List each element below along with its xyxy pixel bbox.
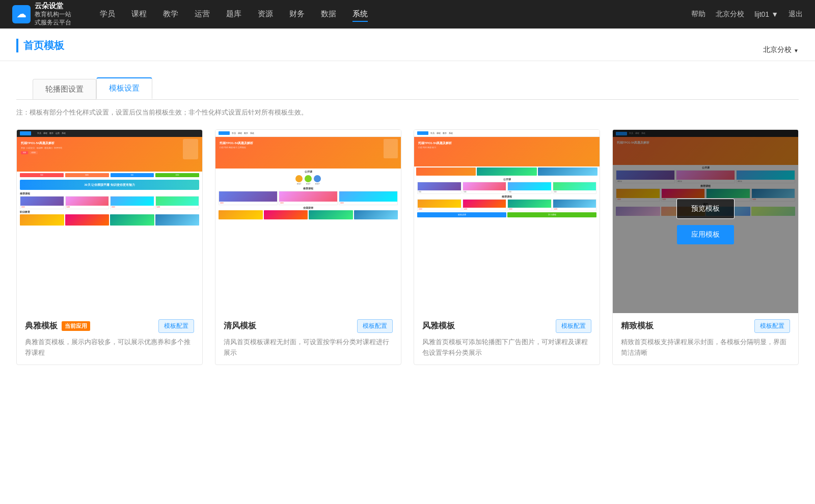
- school-selector[interactable]: 北京分校: [763, 45, 799, 54]
- nav-item-财务[interactable]: 财务: [289, 7, 305, 22]
- logout-link[interactable]: 退出: [789, 10, 803, 19]
- school-link[interactable]: 北京分校: [716, 10, 744, 19]
- template-preview-classic: 学员课程教学运营系统 托福TPO1-54真题及解析 开放 · 口语宝贝 · 练成…: [17, 130, 202, 313]
- navbar: ☁ 云朵设堂 教育机构一站 式服务云平台 学员课程教学运营题库资源财务数据系统 …: [0, 0, 815, 29]
- template-preview-clean: 学员课程教学系统 托福TPO1-54真题及解析 口语·写作·阅读·练习 立即报名…: [215, 130, 401, 313]
- template-preview-elegant: 学员课程教学系统 托福TPO1-54真题及解析 口语·写作·阅读·练习 公开课: [414, 130, 600, 313]
- nav-item-题库[interactable]: 题库: [226, 7, 241, 22]
- config-button-elegant[interactable]: 模板配置: [556, 319, 591, 333]
- nav-item-数据[interactable]: 数据: [321, 7, 336, 22]
- nav-item-资源[interactable]: 资源: [258, 7, 273, 22]
- template-desc-refined: 精致首页模板支持课程展示封面，各模板分隔明显，界面简洁清晰: [621, 337, 790, 358]
- chevron-down-icon: [794, 46, 799, 54]
- tab-slideshow[interactable]: 轮播图设置: [33, 79, 96, 99]
- template-name-text-elegant: 风雅模板: [422, 321, 455, 331]
- nav-item-系统[interactable]: 系统: [352, 7, 368, 22]
- template-name-text-classic: 典雅模板: [25, 321, 58, 331]
- nav-item-运营[interactable]: 运营: [195, 7, 210, 22]
- config-button-classic[interactable]: 模板配置: [158, 319, 194, 333]
- template-desc-classic: 典雅首页模板，展示内容较多，可以展示优惠券和多个推荐课程: [25, 337, 194, 358]
- apply-template-button[interactable]: 应用模板: [677, 225, 734, 244]
- template-desc-clean: 清风首页模板课程无封面，可设置按学科分类对课程进行展示: [224, 337, 393, 358]
- template-name-text-clean: 清风模板: [224, 321, 256, 331]
- logo[interactable]: ☁ 云朵设堂 教育机构一站 式服务云平台: [12, 2, 84, 26]
- tabs: 轮播图设置模板设置: [16, 77, 799, 99]
- template-desc-elegant: 风雅首页模板可添加轮播图下广告图片，可对课程及课程包设置学科分类展示: [422, 337, 591, 358]
- template-name-refined: 精致模板: [621, 321, 654, 331]
- template-name-row-classic: 典雅模板当前应用模板配置: [25, 319, 194, 333]
- template-card-classic: 学员课程教学运营系统 托福TPO1-54真题及解析 开放 · 口语宝贝 · 练成…: [16, 129, 203, 365]
- template-overlay-refined: 预览模板应用模板: [613, 130, 798, 313]
- template-preview-refined: 学员课程系统 托福TPO1-54真题及解析 公开课 课程名 课程名: [613, 130, 798, 313]
- current-badge-classic: 当前应用: [62, 321, 90, 331]
- templates-grid: 学员课程教学运营系统 托福TPO1-54真题及解析 开放 · 口语宝贝 · 练成…: [0, 125, 815, 385]
- template-name-clean: 清风模板: [224, 321, 256, 331]
- template-info-elegant: 风雅模板模板配置风雅首页模板可添加轮播图下广告图片，可对课程及课程包设置学科分类…: [414, 313, 600, 365]
- template-name-row-refined: 精致模板模板配置: [621, 319, 790, 333]
- help-link[interactable]: 帮助: [691, 10, 705, 19]
- page-header: 首页模板 北京分校: [0, 29, 815, 61]
- nav-item-教学[interactable]: 教学: [163, 7, 178, 22]
- template-card-clean: 学员课程教学系统 托福TPO1-54真题及解析 口语·写作·阅读·练习 立即报名…: [215, 129, 401, 365]
- page-title: 首页模板: [16, 39, 64, 52]
- preview-template-button[interactable]: 预览模板: [676, 199, 735, 219]
- tabs-container: 轮播图设置模板设置: [0, 61, 815, 99]
- main-nav: 学员课程教学运营题库资源财务数据系统: [100, 7, 691, 22]
- template-name-classic: 典雅模板当前应用: [25, 321, 90, 331]
- note-text: 注：模板有部分个性化样式设置，设置后仅当前模板生效；非个性化样式设置后针对所有模…: [0, 100, 815, 125]
- navbar-right: 帮助 北京分校 lijt01 ▼ 退出: [691, 10, 803, 19]
- config-button-refined[interactable]: 模板配置: [754, 319, 790, 333]
- nav-item-学员[interactable]: 学员: [100, 7, 115, 22]
- template-info-clean: 清风模板模板配置清风首页模板课程无封面，可设置按学科分类对课程进行展示: [215, 313, 401, 365]
- template-card-refined: 学员课程系统 托福TPO1-54真题及解析 公开课 课程名 课程名: [612, 129, 799, 365]
- logo-icon: ☁: [12, 5, 31, 23]
- user-menu[interactable]: lijt01 ▼: [754, 10, 778, 18]
- logo-text: 云朵设堂 教育机构一站 式服务云平台: [35, 2, 71, 26]
- nav-item-课程[interactable]: 课程: [131, 7, 147, 22]
- template-name-row-elegant: 风雅模板模板配置: [422, 319, 591, 333]
- config-button-clean[interactable]: 模板配置: [357, 319, 393, 333]
- template-card-elegant: 学员课程教学系统 托福TPO1-54真题及解析 口语·写作·阅读·练习 公开课: [414, 129, 600, 365]
- tab-template[interactable]: 模板设置: [96, 77, 152, 99]
- template-name-elegant: 风雅模板: [422, 321, 455, 331]
- template-info-refined: 精致模板模板配置精致首页模板支持课程展示封面，各模板分隔明显，界面简洁清晰: [613, 313, 798, 365]
- template-info-classic: 典雅模板当前应用模板配置典雅首页模板，展示内容较多，可以展示优惠券和多个推荐课程: [17, 313, 202, 365]
- template-name-row-clean: 清风模板模板配置: [224, 319, 393, 333]
- page-container: 首页模板 北京分校 轮播图设置模板设置 注：模板有部分个性化样式设置，设置后仅当…: [0, 29, 815, 504]
- template-name-text-refined: 精致模板: [621, 321, 654, 331]
